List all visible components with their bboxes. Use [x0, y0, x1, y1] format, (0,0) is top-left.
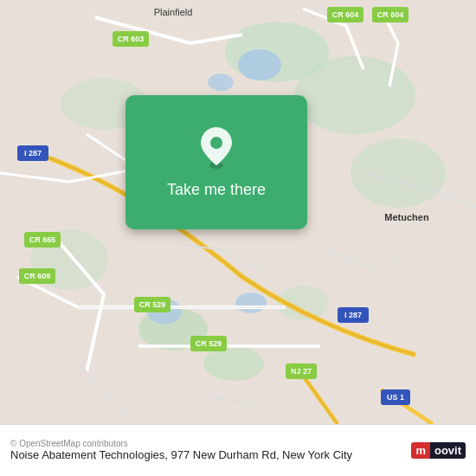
- svg-text:NJ 27: NJ 27: [291, 367, 312, 376]
- svg-text:I 287: I 287: [344, 311, 362, 319]
- moovit-logo: m oovit: [411, 442, 466, 459]
- svg-point-9: [238, 49, 281, 80]
- location-info: © OpenStreetMap contributors Noise Abate…: [10, 439, 402, 463]
- take-me-card[interactable]: Take me there: [125, 95, 307, 229]
- svg-point-2: [294, 56, 415, 134]
- svg-text:I 287: I 287: [24, 149, 42, 158]
- bottom-info-bar: © OpenStreetMap contributors Noise Abate…: [0, 424, 476, 476]
- svg-text:US 1: US 1: [387, 393, 404, 402]
- svg-point-38: [210, 137, 222, 149]
- svg-point-10: [208, 74, 234, 91]
- map-container: CR 604 CR 604 CR 603 I 287 I 287 CR 665 …: [0, 0, 476, 424]
- location-address: Noise Abatement Technologies, 977 New Du…: [10, 448, 402, 463]
- svg-text:CR 603: CR 603: [118, 35, 145, 43]
- svg-text:CR 529: CR 529: [139, 300, 166, 309]
- location-pin-icon: [197, 125, 235, 170]
- svg-text:Metuchen: Metuchen: [384, 212, 429, 222]
- svg-text:CR 604: CR 604: [332, 10, 359, 19]
- moovit-oovit-text: oovit: [430, 442, 466, 459]
- svg-text:Plainfield: Plainfield: [154, 7, 193, 17]
- svg-text:CR 604: CR 604: [377, 10, 404, 19]
- svg-text:CR 529: CR 529: [196, 339, 222, 348]
- svg-text:CR 609: CR 609: [24, 272, 51, 280]
- map-attribution: © OpenStreetMap contributors: [10, 439, 402, 448]
- svg-text:CR 665: CR 665: [29, 235, 56, 244]
- take-me-there-button[interactable]: Take me there: [167, 181, 266, 199]
- moovit-m-letter: m: [411, 442, 430, 459]
- svg-point-12: [235, 293, 267, 313]
